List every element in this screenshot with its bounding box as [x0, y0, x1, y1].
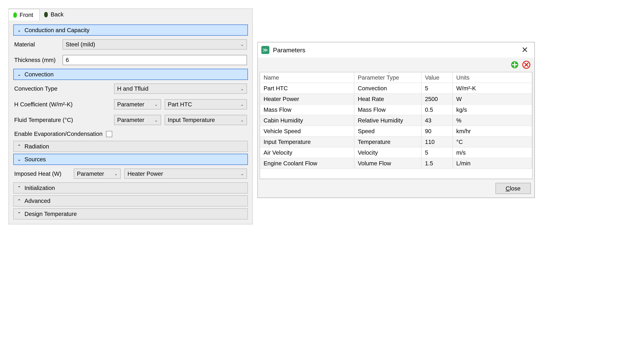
- convection-type-value: H and Tfluid: [117, 85, 148, 92]
- add-parameter-button[interactable]: [510, 60, 519, 69]
- cell-type: Relative Humidity: [354, 115, 421, 126]
- tab-back-label: Back: [51, 11, 64, 18]
- cell-type: Velocity: [354, 147, 421, 158]
- hcoef-label: H Coefficient (W/m²-K): [14, 101, 110, 108]
- thickness-input[interactable]: [62, 55, 247, 65]
- section-header-radiation[interactable]: ⌃ Radiation: [13, 141, 248, 152]
- status-dot-icon: [13, 12, 17, 17]
- app-icon: ≫: [262, 46, 270, 54]
- chevron-down-icon: ⌄: [154, 102, 158, 107]
- cell-type: Speed: [354, 126, 421, 136]
- section-header-initialization[interactable]: ⌃ Initialization: [13, 182, 248, 194]
- table-row[interactable]: Part HTCConvection5W/m²-K: [260, 83, 532, 94]
- chevron-down-icon: ⌄: [240, 171, 244, 176]
- section-title: Initialization: [24, 185, 55, 191]
- properties-panel: Front Back ⌄ Conduction and Capacity Mat…: [8, 8, 253, 225]
- cell-value: 43: [421, 115, 452, 126]
- cell-units: W/m²-K: [452, 83, 532, 94]
- convection-type-label: Convection Type: [14, 85, 110, 92]
- cell-value: 1.5: [421, 158, 452, 169]
- column-header-name[interactable]: Name: [260, 72, 354, 83]
- hcoef-param-dropdown[interactable]: Part HTC ⌄: [165, 99, 247, 109]
- ftemp-param-value: Input Temperature: [168, 117, 215, 123]
- sort-indicator-icon: ⌃: [388, 72, 391, 76]
- section-title: Convection: [24, 71, 54, 78]
- column-header-units[interactable]: Units: [452, 72, 532, 83]
- chevron-down-icon: ⌄: [17, 157, 22, 162]
- chevron-down-icon: ⌄: [154, 117, 158, 122]
- cell-name: Air Velocity: [260, 147, 354, 158]
- section-header-sources[interactable]: ⌄ Sources: [13, 154, 248, 165]
- evap-checkbox[interactable]: [106, 131, 112, 137]
- cell-value: 110: [421, 136, 452, 147]
- chevron-up-icon: ⌃: [17, 144, 22, 149]
- convection-type-dropdown[interactable]: H and Tfluid ⌄: [114, 84, 247, 94]
- cell-name: Input Temperature: [260, 136, 354, 147]
- table-row[interactable]: Cabin HumidityRelative Humidity43%: [260, 115, 532, 126]
- chevron-down-icon: ⌄: [114, 171, 118, 176]
- evap-label: Enable Evaporation/Condensation: [14, 130, 102, 137]
- cell-name: Cabin Humidity: [260, 115, 354, 126]
- imposed-heat-param-value: Heater Power: [128, 170, 163, 177]
- cell-units: km/hr: [452, 126, 532, 136]
- chevron-down-icon: ⌄: [240, 86, 244, 91]
- cell-type: Temperature: [354, 136, 421, 147]
- panel-body: ⌄ Conduction and Capacity Material Steel…: [9, 20, 252, 224]
- chevron-down-icon: ⌄: [240, 102, 244, 107]
- section-title: Sources: [24, 156, 46, 163]
- chevron-down-icon: ⌄: [17, 72, 22, 77]
- dialog-toolbar: [258, 58, 534, 72]
- tab-back[interactable]: Back: [40, 9, 70, 20]
- cell-name: Part HTC: [260, 83, 354, 94]
- table-row[interactable]: Air VelocityVelocity5m/s: [260, 147, 532, 158]
- hcoef-kind-dropdown[interactable]: Parameter ⌄: [114, 99, 161, 109]
- cell-type: Heat Rate: [354, 94, 421, 104]
- close-button[interactable]: ✕: [519, 45, 531, 55]
- tab-front-label: Front: [20, 11, 33, 18]
- table-row[interactable]: Mass FlowMass Flow0.5kg/s: [260, 104, 532, 115]
- table-row-empty: [260, 169, 532, 179]
- cell-type: Volume Flow: [354, 158, 421, 169]
- material-dropdown[interactable]: Steel (mild) ⌄: [62, 39, 247, 49]
- material-value: Steel (mild): [66, 41, 95, 48]
- chevron-down-icon: ⌄: [240, 42, 244, 47]
- cell-value: 5: [421, 83, 452, 94]
- section-header-design-temperature[interactable]: ⌃ Design Temperature: [13, 208, 248, 219]
- imposed-heat-param-dropdown[interactable]: Heater Power ⌄: [124, 169, 247, 179]
- chevron-up-icon: ⌃: [17, 185, 22, 190]
- material-label: Material: [14, 41, 59, 48]
- cell-name: Engine Coolant Flow: [260, 158, 354, 169]
- cell-value: 0.5: [421, 104, 452, 115]
- table-row[interactable]: Input TemperatureTemperature110°C: [260, 136, 532, 147]
- delete-parameter-button[interactable]: [522, 60, 531, 69]
- parameters-table: Name ⌃Parameter Type Value Units Part HT…: [260, 72, 532, 179]
- cell-name: Mass Flow: [260, 104, 354, 115]
- section-title: Conduction and Capacity: [24, 27, 90, 33]
- dialog-titlebar: ≫ Parameters ✕: [258, 42, 534, 58]
- close-dialog-button[interactable]: Close: [495, 183, 531, 194]
- section-header-advanced[interactable]: ⌃ Advanced: [13, 195, 248, 207]
- delete-icon: [522, 61, 530, 69]
- imposed-heat-kind-dropdown[interactable]: Parameter ⌄: [74, 169, 121, 179]
- thickness-label: Thickness (mm): [14, 57, 59, 63]
- cell-units: W: [452, 94, 532, 104]
- chevron-up-icon: ⌃: [17, 199, 22, 203]
- cell-value: 2500: [421, 94, 452, 104]
- ftemp-label: Fluid Temperature (°C): [14, 117, 110, 123]
- ftemp-param-dropdown[interactable]: Input Temperature ⌄: [165, 115, 247, 125]
- cell-value: 90: [421, 126, 452, 136]
- table-row[interactable]: Engine Coolant FlowVolume Flow1.5L/min: [260, 158, 532, 169]
- ftemp-kind-value: Parameter: [117, 117, 144, 123]
- section-header-convection[interactable]: ⌄ Convection: [13, 69, 248, 80]
- column-header-type[interactable]: ⌃Parameter Type: [354, 72, 421, 83]
- table-row[interactable]: Vehicle SpeedSpeed90km/hr: [260, 126, 532, 136]
- tab-front[interactable]: Front: [9, 9, 40, 20]
- section-title: Radiation: [24, 143, 49, 150]
- column-header-value[interactable]: Value: [421, 72, 452, 83]
- section-header-conduction[interactable]: ⌄ Conduction and Capacity: [13, 24, 248, 36]
- cell-type: Mass Flow: [354, 104, 421, 115]
- imposed-heat-kind-value: Parameter: [77, 170, 104, 177]
- table-row[interactable]: Heater PowerHeat Rate2500W: [260, 94, 532, 104]
- status-dot-icon: [44, 12, 48, 17]
- ftemp-kind-dropdown[interactable]: Parameter ⌄: [114, 115, 161, 125]
